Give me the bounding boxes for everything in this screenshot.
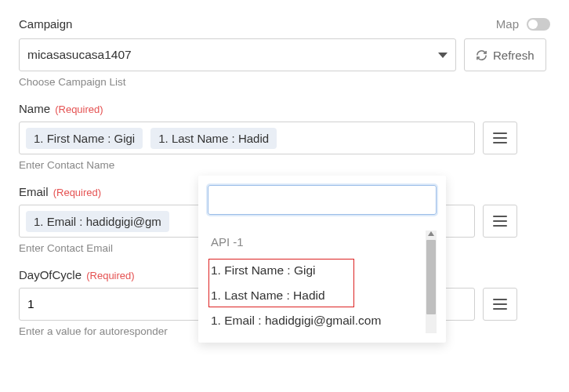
popup-list[interactable]: API -1 1. First Name : Gigi 1. Last Name… [208, 235, 437, 333]
popup-scrollbar[interactable] [426, 230, 437, 333]
refresh-button[interactable]: Refresh [464, 38, 546, 71]
name-chip[interactable]: 1. First Name : Gigi [26, 128, 143, 149]
name-required: (Required) [55, 103, 103, 115]
popup-item[interactable]: 1. Last Name : Hadid [211, 283, 422, 308]
campaign-label: Campaign [19, 17, 72, 31]
campaign-select[interactable]: micasasucasa1407 [19, 38, 456, 71]
chevron-down-icon [438, 53, 448, 58]
menu-icon [493, 137, 507, 140]
email-required: (Required) [53, 187, 101, 198]
popup-item[interactable]: 1. First Name : Gigi [211, 258, 422, 283]
email-label: Email [19, 185, 49, 198]
refresh-icon [476, 49, 487, 61]
popup-item[interactable]: 1. Email : hadidgigi@gmail.com [211, 308, 422, 333]
campaign-selected-value: micasasucasa1407 [27, 48, 132, 62]
name-input[interactable]: 1. First Name : Gigi 1. Last Name : Hadi… [19, 122, 475, 154]
day-required: (Required) [86, 270, 134, 281]
email-menu-button[interactable] [483, 205, 517, 238]
name-menu-button[interactable] [483, 122, 517, 154]
menu-icon [493, 220, 507, 223]
popup-search-input[interactable] [208, 185, 437, 215]
map-label: Map [496, 17, 519, 31]
day-menu-button[interactable] [483, 288, 517, 321]
day-label: DayOfCycle [19, 268, 82, 281]
campaign-hint: Choose Campaign List [19, 76, 550, 88]
popup-group-label: API -1 [211, 235, 422, 249]
map-toggle[interactable] [527, 18, 550, 31]
field-picker-popup: API -1 1. First Name : Gigi 1. Last Name… [198, 176, 446, 343]
name-label: Name [19, 102, 50, 115]
refresh-label: Refresh [493, 49, 535, 62]
name-hint: Enter Contact Name [19, 159, 550, 171]
name-chip[interactable]: 1. Last Name : Hadid [150, 128, 277, 149]
scroll-up-icon [428, 231, 434, 236]
menu-icon [493, 303, 507, 306]
popup-scrollbar-thumb[interactable] [426, 240, 436, 314]
email-chip[interactable]: 1. Email : hadidgigi@gm [26, 211, 169, 232]
